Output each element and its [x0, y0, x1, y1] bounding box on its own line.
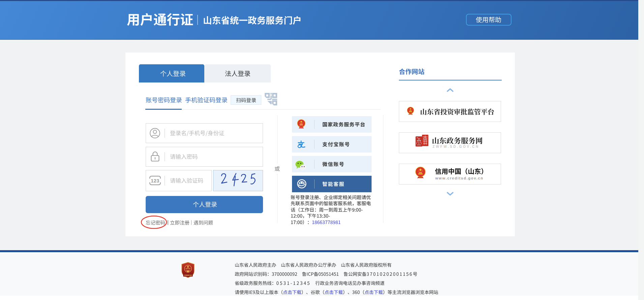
svg-text:123: 123 [151, 178, 159, 184]
